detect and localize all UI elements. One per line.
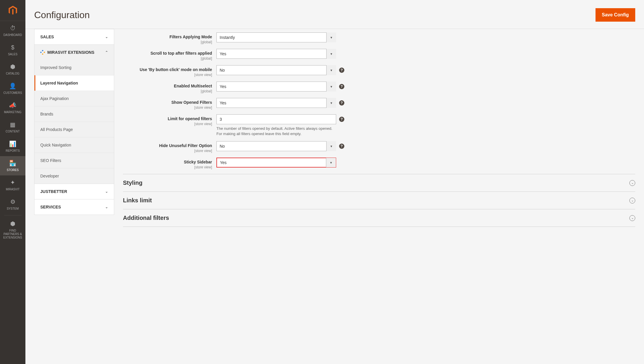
cfg-item-layered-navigation[interactable]: Layered Navigation [34, 75, 114, 91]
megaphone-icon: 📣 [9, 102, 16, 109]
nav-system[interactable]: ⚙SYSTEM [0, 195, 25, 214]
svg-rect-1 [40, 51, 42, 53]
config-sidebar: SALES ⌄ MIRASVIT EXTENSIONS ⌃ Improved S… [25, 29, 114, 364]
accordion-additional-filters[interactable]: Additional filters ⌄ [123, 209, 635, 227]
chevron-up-icon: ⌃ [105, 50, 108, 54]
select-hide-unuseful[interactable]: No [216, 141, 336, 151]
mirasvit-icon: ✦ [10, 179, 15, 186]
expand-icon: ⌄ [629, 215, 635, 221]
chevron-down-icon: ⌄ [105, 205, 108, 209]
accordion-links-limit[interactable]: Links limit ⌄ [123, 192, 635, 209]
select-scroll-top[interactable]: Yes [216, 49, 336, 59]
mirasvit-logo-icon [40, 50, 45, 55]
help-icon[interactable]: ? [339, 68, 344, 73]
cfg-item-developer[interactable]: Developer [34, 168, 114, 184]
admin-sidebar: ⏱DASHBOARD $SALES ⬢CATALOG 👤CUSTOMERS 📣M… [0, 0, 25, 364]
magento-icon [8, 5, 18, 16]
layout-icon: ▦ [10, 121, 15, 128]
svg-rect-3 [42, 53, 44, 55]
nav-reports[interactable]: 📊REPORTS [0, 137, 25, 156]
select-filters-mode[interactable]: Instantly [216, 32, 336, 42]
field-filters-applying-mode: Filters Applying Mode[global] Instantly▼ [123, 32, 635, 44]
select-button-mobile[interactable]: No [216, 65, 336, 75]
cfg-item-brands[interactable]: Brands [34, 106, 114, 122]
field-multiselect: Enabled Multiselect[global] Yes▼ ? [123, 82, 635, 93]
gear-icon: ⚙ [10, 198, 15, 205]
store-icon: 🏪 [9, 160, 16, 167]
magento-logo[interactable] [0, 0, 25, 21]
page-title: Configuration [34, 10, 90, 20]
nav-dashboard[interactable]: ⏱DASHBOARD [0, 21, 25, 40]
field-note: The number of filters opened by default.… [216, 126, 336, 137]
cfg-section-sales[interactable]: SALES ⌄ [34, 29, 114, 44]
nav-customers[interactable]: 👤CUSTOMERS [0, 79, 25, 98]
cfg-item-seo-filters[interactable]: SEO Filters [34, 153, 114, 168]
svg-rect-0 [42, 50, 44, 51]
nav-separator [4, 215, 22, 215]
help-icon[interactable]: ? [339, 117, 344, 122]
nav-catalog[interactable]: ⬢CATALOG [0, 60, 25, 79]
nav-mirasvit[interactable]: ✦MIRASVIT [0, 175, 25, 195]
cfg-section-justbetter[interactable]: JUSTBETTER ⌄ [34, 184, 114, 199]
cfg-item-improved-sorting[interactable]: Improved Sorting [34, 60, 114, 75]
nav-partners[interactable]: ⬢FIND PARTNERS & EXTENSIONS [0, 217, 25, 243]
cfg-section-mirasvit[interactable]: MIRASVIT EXTENSIONS ⌃ [34, 45, 114, 60]
chevron-down-icon: ⌄ [105, 35, 108, 39]
cfg-section-services[interactable]: SERVICES ⌄ [34, 199, 114, 215]
field-sticky-sidebar: Sticky Sidebar[store view] Yes▼ [123, 158, 635, 169]
puzzle-icon: ⬢ [10, 220, 15, 227]
page-header: Configuration Save Config [25, 0, 644, 29]
help-icon[interactable]: ? [339, 144, 344, 149]
field-opened-filters: Show Opened Filters[store view] Yes▼ ? [123, 98, 635, 110]
save-config-button[interactable]: Save Config [596, 8, 635, 22]
select-sticky-sidebar[interactable]: Yes [216, 158, 336, 168]
field-limit-opened: Limit for opened filters[store view] The… [123, 114, 635, 137]
field-scroll-top: Scroll to top after filters applied[glob… [123, 49, 635, 61]
config-form: Filters Applying Mode[global] Instantly▼… [114, 29, 644, 364]
select-opened-filters[interactable]: Yes [216, 98, 336, 108]
nav-content[interactable]: ▦CONTENT [0, 118, 25, 137]
field-hide-unuseful: Hide Unuseful Filter Option[store view] … [123, 141, 635, 153]
nav-sales[interactable]: $SALES [0, 40, 25, 60]
nav-stores[interactable]: 🏪STORES [0, 156, 25, 175]
select-multiselect[interactable]: Yes [216, 82, 336, 92]
person-icon: 👤 [9, 82, 16, 89]
field-button-mode-mobile: Use 'By button click' mode on mobile[sto… [123, 65, 635, 77]
chevron-down-icon: ⌄ [105, 189, 108, 194]
accordion-styling[interactable]: Styling ⌄ [123, 174, 635, 192]
svg-rect-2 [44, 51, 45, 53]
help-icon[interactable]: ? [339, 84, 344, 89]
cfg-item-ajax-pagination[interactable]: Ajax Pagination [34, 91, 114, 106]
input-limit-opened[interactable] [216, 114, 336, 124]
cfg-item-quick-navigation[interactable]: Quick Navigation [34, 137, 114, 153]
box-icon: ⬢ [10, 63, 15, 70]
dollar-icon: $ [11, 44, 14, 51]
expand-icon: ⌄ [629, 198, 635, 203]
cfg-item-all-products[interactable]: All Products Page [34, 122, 114, 137]
chart-icon: 📊 [9, 140, 16, 147]
expand-icon: ⌄ [629, 180, 635, 186]
gauge-icon: ⏱ [10, 25, 16, 32]
nav-marketing[interactable]: 📣MARKETING [0, 98, 25, 118]
help-icon[interactable]: ? [339, 100, 344, 106]
